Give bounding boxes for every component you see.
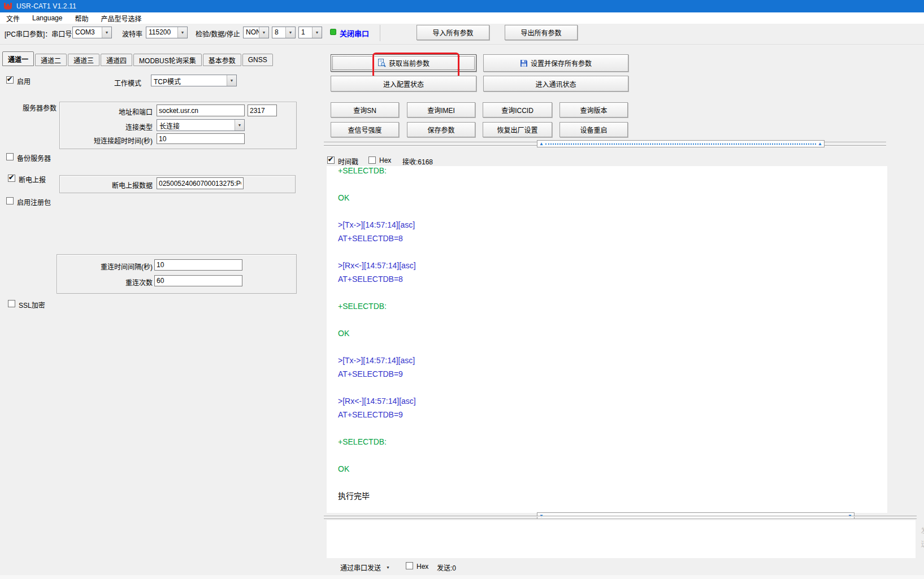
device-reboot-button[interactable]: 设备重启 <box>559 122 628 137</box>
enter-comm-state-button[interactable]: 进入通讯状态 <box>483 76 628 92</box>
factory-reset-button[interactable]: 恢复出厂设置 <box>483 122 552 137</box>
regpack-checkbox[interactable] <box>6 197 14 204</box>
work-mode-label: 工作模式 <box>88 78 141 88</box>
menu-language[interactable]: Language <box>26 14 68 22</box>
databits-select[interactable]: 8 ▼ <box>272 27 296 38</box>
enable-label: 启用 <box>17 76 31 86</box>
reconnect-count-label: 重连次数 <box>85 277 153 287</box>
send-via-serial-dropdown[interactable]: 通过串口发送 ▼ <box>340 563 390 572</box>
tab-channel-3[interactable]: 通道三 <box>68 54 99 66</box>
window-bottom-strip <box>0 575 924 579</box>
backup-server-label: 备份服务器 <box>17 153 51 163</box>
chevron-down-icon[interactable]: ▼ <box>235 120 244 130</box>
tab-channel-1[interactable]: 通道一 <box>2 51 34 66</box>
window-title: USR-CAT1 V1.2.11 <box>16 2 76 10</box>
scroll-right-arrow-icon[interactable]: ▲ <box>816 142 824 146</box>
query-iccid-button[interactable]: 查询ICCID <box>483 102 552 117</box>
chevron-down-icon[interactable]: ▼ <box>259 27 268 38</box>
address-port-label: 地址和端口 <box>85 107 153 116</box>
toolbar-divider <box>380 25 380 41</box>
chevron-down-icon[interactable]: ▼ <box>312 27 322 38</box>
ssl-checkbox[interactable] <box>8 300 15 307</box>
chevron-down-icon[interactable]: ▼ <box>285 27 295 38</box>
save-floppy-icon <box>520 59 528 67</box>
set-save-all-params-button[interactable]: 设置并保存所有参数 <box>483 54 628 72</box>
short-timeout-label: 短连接超时时间(秒) <box>73 136 153 145</box>
menu-help[interactable]: 帮助 <box>68 14 94 23</box>
query-signal-button[interactable]: 查信号强度 <box>331 122 399 137</box>
short-timeout-input[interactable] <box>157 133 245 144</box>
tab-basic-params[interactable]: 基本参数 <box>203 54 241 66</box>
server-group-label: 服务器参数 <box>8 103 57 112</box>
reconnect-interval-label: 重连时间间隔(秒) <box>73 262 153 271</box>
baud-label: 波特率 <box>122 29 142 38</box>
power-report-label: 断电上报 <box>19 175 46 184</box>
tab-channel-4[interactable]: 通道四 <box>101 54 132 66</box>
chevron-down-icon[interactable]: ▼ <box>227 75 236 86</box>
regpack-label: 启用注册包 <box>17 197 51 207</box>
save-params-button[interactable]: 保存参数 <box>407 122 475 137</box>
serial-port-select[interactable]: COM3 ▼ <box>72 27 112 38</box>
export-params-button[interactable]: 导出所有参数 <box>505 25 578 40</box>
title-bar[interactable]: USR-CAT1 V1.2.11 <box>0 0 924 12</box>
menu-product-model[interactable]: 产品型号选择 <box>94 14 148 23</box>
server-address-input[interactable] <box>157 105 245 116</box>
tab-modbus-polling[interactable]: MODBUS轮询采集 <box>133 54 202 66</box>
query-sn-button[interactable]: 查询SN <box>331 102 399 117</box>
power-data-input[interactable] <box>157 177 244 189</box>
divider-line <box>324 519 917 520</box>
parity-select[interactable]: NONI ▼ <box>243 27 269 38</box>
menu-bar: 文件 Language 帮助 产品型号选择 <box>0 12 924 24</box>
query-version-button[interactable]: 查询版本 <box>559 102 628 117</box>
work-mode-select[interactable]: TCP模式 ▼ <box>151 75 237 86</box>
send-button-clipped[interactable]: 发送 <box>919 527 924 562</box>
stopbits-select[interactable]: 1 ▼ <box>298 27 322 38</box>
send-text-area[interactable] <box>327 520 916 558</box>
divider-line <box>324 516 917 517</box>
serial-port-label: [PC串口参数]：串口号 <box>5 29 72 38</box>
chevron-down-icon[interactable]: ▼ <box>102 27 111 38</box>
app-window: USR-CAT1 V1.2.11 文件 Language 帮助 产品型号选择 [… <box>0 0 924 579</box>
app-logo-icon <box>3 2 12 10</box>
tab-channel-2[interactable]: 通道二 <box>35 54 67 66</box>
recv-hex-label: Hex <box>379 156 391 164</box>
sent-counter: 发送:0 <box>437 563 456 572</box>
ssl-label: SSL加密 <box>19 300 45 310</box>
channel-tabs: 通道一 通道二 通道三 通道四 MODBUS轮询采集 基本参数 GNSS <box>2 51 274 66</box>
log-horizontal-scrollbar[interactable]: ▲ ▲ <box>537 140 825 147</box>
send-hex-label: Hex <box>417 563 428 571</box>
tab-gnss[interactable]: GNSS <box>242 54 273 66</box>
power-data-label: 断电上报数据 <box>85 180 153 190</box>
server-port-input[interactable] <box>248 105 277 116</box>
frame-label: 检验/数据/停止 <box>196 29 240 38</box>
reconnect-count-input[interactable] <box>154 275 242 286</box>
import-params-button[interactable]: 导入所有参数 <box>417 25 489 40</box>
enable-checkbox[interactable] <box>6 76 14 84</box>
recv-hex-checkbox[interactable] <box>368 156 376 164</box>
query-imei-button[interactable]: 查询IMEI <box>407 102 475 117</box>
port-status-icon <box>330 29 336 35</box>
log-output[interactable]: +SELECTDB: OK >[Tx->][14:57:14][asc]AT+S… <box>327 166 887 513</box>
timestamp-label: 时间戳 <box>338 156 358 166</box>
conn-type-label: 连接类型 <box>85 122 153 132</box>
menu-file[interactable]: 文件 <box>0 14 26 23</box>
send-bar <box>0 558 924 575</box>
scroll-left-arrow-icon[interactable]: ▲ <box>537 142 545 146</box>
annotation-highlight-box <box>372 53 459 79</box>
conn-type-select[interactable]: 长连接 ▼ <box>157 119 245 131</box>
chevron-down-icon[interactable]: ▼ <box>177 27 187 38</box>
close-port-button[interactable]: 关闭串口 <box>340 28 369 38</box>
send-hex-checkbox[interactable] <box>406 562 413 569</box>
recv-counter: 接收:6168 <box>402 156 433 166</box>
enter-config-state-button[interactable]: 进入配置状态 <box>331 76 476 92</box>
reconnect-interval-input[interactable] <box>154 259 242 271</box>
timestamp-checkbox[interactable] <box>327 156 335 164</box>
baud-select[interactable]: 115200 ▼ <box>146 27 188 38</box>
backup-server-checkbox[interactable] <box>6 153 14 160</box>
chevron-down-icon: ▼ <box>386 565 390 569</box>
power-report-checkbox[interactable] <box>8 175 15 182</box>
